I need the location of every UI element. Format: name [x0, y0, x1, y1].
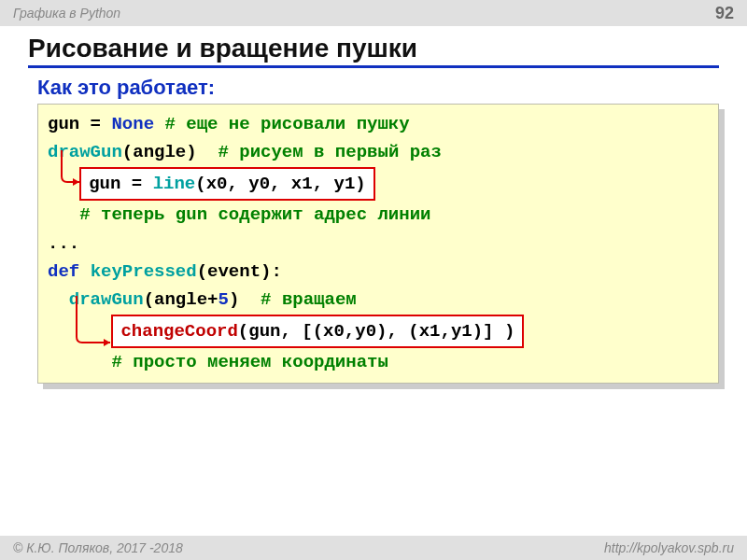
slide-subtitle: Как это работает:	[37, 76, 719, 100]
code-content: gun = None # еще не рисовали пушку drawG…	[37, 104, 719, 384]
title-row: Рисование и вращение пушки	[28, 34, 719, 68]
slide-title: Рисование и вращение пушки	[28, 34, 719, 65]
page-number: 92	[715, 4, 734, 23]
footer-url: http://kpolyakov.spb.ru	[604, 540, 734, 555]
copyright: © К.Ю. Поляков, 2017 -2018	[13, 540, 183, 555]
slide-header: Графика в Python 92	[0, 0, 747, 26]
box-change-coord: changeCoord(gun, [(x0,y0), (x1,y1)] )	[111, 315, 524, 348]
code-block: gun = None # еще не рисовали пушку drawG…	[37, 104, 719, 384]
course-name: Графика в Python	[13, 6, 120, 21]
box-gun-line: gun = line(x0, y0, x1, y1)	[79, 167, 374, 201]
slide-footer: © К.Ю. Поляков, 2017 -2018 http://kpolya…	[0, 536, 747, 560]
